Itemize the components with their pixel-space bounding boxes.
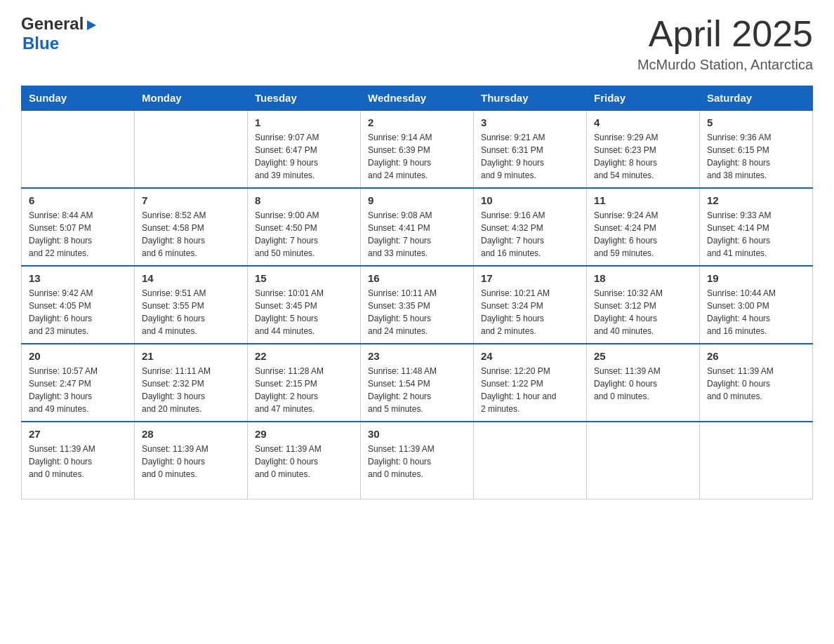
calendar-cell: 10Sunrise: 9:16 AM Sunset: 4:32 PM Dayli… [474, 188, 587, 266]
day-info: Sunrise: 10:44 AM Sunset: 3:00 PM Daylig… [707, 287, 805, 337]
day-number: 15 [255, 272, 353, 284]
calendar-cell: 18Sunrise: 10:32 AM Sunset: 3:12 PM Dayl… [587, 266, 700, 344]
calendar-cell: 11Sunrise: 9:24 AM Sunset: 4:24 PM Dayli… [587, 188, 700, 266]
calendar-cell: 27Sunset: 11:39 AM Daylight: 0 hours and… [22, 422, 135, 499]
day-info: Sunset: 11:39 AM Daylight: 0 hours and 0… [255, 443, 353, 481]
day-info: Sunset: 11:39 AM Daylight: 0 hours and 0… [29, 443, 127, 481]
calendar-cell: 30Sunset: 11:39 AM Daylight: 0 hours and… [361, 422, 474, 499]
day-number: 26 [707, 350, 805, 362]
calendar-cell: 13Sunrise: 9:42 AM Sunset: 4:05 PM Dayli… [22, 266, 135, 344]
weekday-header-saturday: Saturday [700, 86, 813, 111]
weekday-header-row: SundayMondayTuesdayWednesdayThursdayFrid… [22, 86, 813, 111]
title-section: April 2025 McMurdo Station, Antarctica [637, 14, 813, 73]
calendar-cell: 5Sunrise: 9:36 AM Sunset: 6:15 PM Daylig… [700, 110, 813, 188]
week-row-1: 1Sunrise: 9:07 AM Sunset: 6:47 PM Daylig… [22, 110, 813, 188]
logo: General Blue [21, 14, 96, 53]
calendar-cell: 16Sunrise: 10:11 AM Sunset: 3:35 PM Dayl… [361, 266, 474, 344]
calendar-cell [700, 422, 813, 499]
week-row-4: 20Sunrise: 10:57 AM Sunset: 2:47 PM Dayl… [22, 344, 813, 422]
month-title: April 2025 [637, 14, 813, 54]
day-info: Sunrise: 11:48 AM Sunset: 1:54 PM Daylig… [368, 365, 466, 415]
calendar-cell: 8Sunrise: 9:00 AM Sunset: 4:50 PM Daylig… [248, 188, 361, 266]
day-number: 23 [368, 350, 466, 362]
day-info: Sunrise: 9:42 AM Sunset: 4:05 PM Dayligh… [29, 287, 127, 337]
page-header: General Blue April 2025 McMurdo Station,… [21, 14, 813, 73]
day-number: 14 [142, 272, 240, 284]
day-number: 28 [142, 428, 240, 440]
day-info: Sunrise: 11:28 AM Sunset: 2:15 PM Daylig… [255, 365, 353, 415]
calendar-cell: 19Sunrise: 10:44 AM Sunset: 3:00 PM Dayl… [700, 266, 813, 344]
logo-general-text: General [21, 14, 84, 34]
calendar-cell: 20Sunrise: 10:57 AM Sunset: 2:47 PM Dayl… [22, 344, 135, 422]
calendar-cell: 12Sunrise: 9:33 AM Sunset: 4:14 PM Dayli… [700, 188, 813, 266]
day-info: Sunrise: 9:14 AM Sunset: 6:39 PM Dayligh… [368, 131, 466, 182]
calendar-cell: 25Sunset: 11:39 AM Daylight: 0 hours and… [587, 344, 700, 422]
calendar-cell [22, 110, 135, 188]
day-info: Sunrise: 9:08 AM Sunset: 4:41 PM Dayligh… [368, 209, 466, 260]
day-number: 8 [255, 194, 353, 206]
calendar-cell: 4Sunrise: 9:29 AM Sunset: 6:23 PM Daylig… [587, 110, 700, 188]
day-info: Sunrise: 9:24 AM Sunset: 4:24 PM Dayligh… [594, 209, 692, 260]
week-row-3: 13Sunrise: 9:42 AM Sunset: 4:05 PM Dayli… [22, 266, 813, 344]
day-info: Sunset: 11:39 AM Daylight: 0 hours and 0… [368, 443, 466, 481]
day-number: 17 [481, 272, 579, 284]
day-number: 12 [707, 194, 805, 206]
day-number: 30 [368, 428, 466, 440]
logo-blue-text: Blue [22, 34, 59, 53]
logo-triangle [87, 20, 96, 30]
day-info: Sunrise: 11:11 AM Sunset: 2:32 PM Daylig… [142, 365, 240, 415]
calendar-cell [474, 422, 587, 499]
calendar-cell: 23Sunrise: 11:48 AM Sunset: 1:54 PM Dayl… [361, 344, 474, 422]
calendar-cell: 15Sunrise: 10:01 AM Sunset: 3:45 PM Dayl… [248, 266, 361, 344]
calendar-cell: 24Sunrise: 12:20 PM Sunset: 1:22 PM Dayl… [474, 344, 587, 422]
day-number: 2 [368, 116, 466, 128]
weekday-header-friday: Friday [587, 86, 700, 111]
day-info: Sunrise: 9:16 AM Sunset: 4:32 PM Dayligh… [481, 209, 579, 260]
day-info: Sunrise: 8:52 AM Sunset: 4:58 PM Dayligh… [142, 209, 240, 260]
calendar-cell [587, 422, 700, 499]
weekday-header-wednesday: Wednesday [361, 86, 474, 111]
weekday-header-monday: Monday [135, 86, 248, 111]
calendar-header: SundayMondayTuesdayWednesdayThursdayFrid… [22, 86, 813, 111]
weekday-header-sunday: Sunday [22, 86, 135, 111]
calendar-cell: 2Sunrise: 9:14 AM Sunset: 6:39 PM Daylig… [361, 110, 474, 188]
day-number: 9 [368, 194, 466, 206]
day-number: 7 [142, 194, 240, 206]
day-info: Sunrise: 9:36 AM Sunset: 6:15 PM Dayligh… [707, 131, 805, 182]
day-number: 25 [594, 350, 692, 362]
day-number: 3 [481, 116, 579, 128]
calendar-cell [135, 110, 248, 188]
calendar-cell: 21Sunrise: 11:11 AM Sunset: 2:32 PM Dayl… [135, 344, 248, 422]
day-info: Sunrise: 9:21 AM Sunset: 6:31 PM Dayligh… [481, 131, 579, 182]
day-number: 10 [481, 194, 579, 206]
calendar-body: 1Sunrise: 9:07 AM Sunset: 6:47 PM Daylig… [22, 110, 813, 499]
day-info: Sunrise: 9:51 AM Sunset: 3:55 PM Dayligh… [142, 287, 240, 337]
day-number: 27 [29, 428, 127, 440]
day-number: 1 [255, 116, 353, 128]
day-info: Sunrise: 9:07 AM Sunset: 6:47 PM Dayligh… [255, 131, 353, 182]
location: McMurdo Station, Antarctica [637, 57, 813, 73]
day-number: 11 [594, 194, 692, 206]
day-info: Sunrise: 9:29 AM Sunset: 6:23 PM Dayligh… [594, 131, 692, 182]
calendar-cell: 29Sunset: 11:39 AM Daylight: 0 hours and… [248, 422, 361, 499]
day-number: 16 [368, 272, 466, 284]
calendar-cell: 7Sunrise: 8:52 AM Sunset: 4:58 PM Daylig… [135, 188, 248, 266]
calendar-cell: 28Sunset: 11:39 AM Daylight: 0 hours and… [135, 422, 248, 499]
day-info: Sunrise: 10:01 AM Sunset: 3:45 PM Daylig… [255, 287, 353, 337]
day-info: Sunrise: 10:32 AM Sunset: 3:12 PM Daylig… [594, 287, 692, 337]
calendar-cell: 1Sunrise: 9:07 AM Sunset: 6:47 PM Daylig… [248, 110, 361, 188]
day-info: Sunrise: 10:21 AM Sunset: 3:24 PM Daylig… [481, 287, 579, 337]
day-info: Sunrise: 12:20 PM Sunset: 1:22 PM Daylig… [481, 365, 579, 415]
day-number: 13 [29, 272, 127, 284]
day-info: Sunset: 11:39 AM Daylight: 0 hours and 0… [594, 365, 692, 403]
day-number: 18 [594, 272, 692, 284]
day-number: 4 [594, 116, 692, 128]
calendar-cell: 9Sunrise: 9:08 AM Sunset: 4:41 PM Daylig… [361, 188, 474, 266]
calendar-cell: 14Sunrise: 9:51 AM Sunset: 3:55 PM Dayli… [135, 266, 248, 344]
calendar-cell: 6Sunrise: 8:44 AM Sunset: 5:07 PM Daylig… [22, 188, 135, 266]
day-info: Sunset: 11:39 AM Daylight: 0 hours and 0… [707, 365, 805, 403]
day-number: 5 [707, 116, 805, 128]
calendar-cell: 22Sunrise: 11:28 AM Sunset: 2:15 PM Dayl… [248, 344, 361, 422]
calendar-cell: 17Sunrise: 10:21 AM Sunset: 3:24 PM Dayl… [474, 266, 587, 344]
calendar-cell: 26Sunset: 11:39 AM Daylight: 0 hours and… [700, 344, 813, 422]
